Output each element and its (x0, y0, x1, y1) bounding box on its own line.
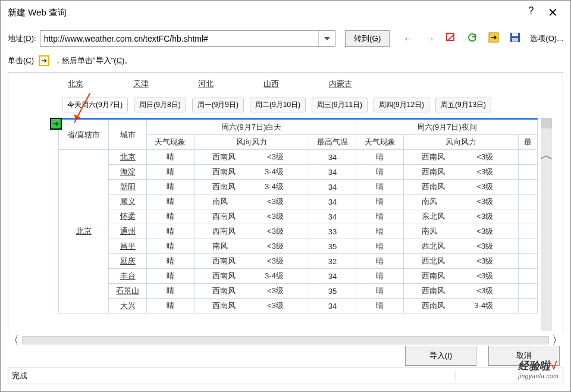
col-city: 城市 (109, 120, 147, 150)
day-weather: 晴 (147, 239, 194, 254)
options-link[interactable]: 选项(O)... (530, 33, 563, 44)
address-dropdown[interactable] (318, 31, 335, 46)
vertical-scrollbar[interactable]: ︿ (541, 118, 552, 331)
night-low (519, 150, 538, 165)
back-icon[interactable]: ← (403, 33, 413, 45)
save-icon[interactable] (510, 32, 520, 46)
scroll-right-icon[interactable]: 〉 (551, 334, 563, 346)
close-button[interactable]: ✕ (542, 5, 563, 20)
dialog-title: 新建 Web 查询 (8, 7, 67, 18)
day-weather: 晴 (147, 165, 194, 180)
day-high: 33 (309, 224, 356, 239)
date-tab[interactable]: 周一(9月9日) (192, 98, 244, 112)
city-cell[interactable]: 延庆 (109, 254, 147, 269)
date-tab[interactable]: 周四(9月12日) (374, 98, 429, 112)
city-cell[interactable]: 朝阳 (109, 180, 147, 195)
day-wind: 西南风<3级 (194, 299, 309, 313)
night-low (519, 180, 538, 195)
city-cell[interactable]: 怀柔 (109, 209, 147, 224)
city-cell[interactable]: 通州 (109, 224, 147, 239)
date-tabs: 今天周六(9月7日) 周日(9月8日) 周一(9月9日) 周二(9月10日) 周… (8, 94, 563, 116)
refresh-icon[interactable] (467, 32, 478, 46)
scroll-left-icon[interactable]: 〈 (8, 334, 20, 346)
province-link[interactable]: 山西 (263, 79, 279, 88)
night-weather: 晴 (356, 165, 404, 180)
day-high: 32 (309, 254, 356, 269)
city-cell[interactable]: 海淀 (109, 165, 147, 180)
night-weather: 晴 (356, 254, 404, 269)
date-tab[interactable]: 周日(9月8日) (134, 98, 186, 112)
table-select-marker[interactable]: ➜ (50, 118, 62, 130)
night-weather: 晴 (356, 239, 404, 254)
day-weather: 晴 (147, 150, 194, 165)
province-link[interactable]: 河北 (198, 79, 214, 88)
day-high: 35 (309, 239, 356, 254)
province-link[interactable]: 天津 (133, 79, 149, 88)
day-wind: 西南风3-4级 (194, 165, 309, 180)
night-weather: 晴 (356, 269, 404, 284)
col-night: 周六(9月7日)夜间 (356, 120, 538, 135)
province-link[interactable]: 内蒙古 (329, 79, 352, 88)
day-weather: 晴 (147, 299, 194, 313)
city-cell[interactable]: 大兴 (109, 299, 147, 313)
date-tab[interactable]: 今天周六(9月7日) (62, 98, 128, 112)
city-cell[interactable]: 顺义 (109, 195, 147, 209)
forward-icon: → (424, 33, 435, 45)
table-row: 丰台晴西南风3-4级34晴西南风<3级 (59, 269, 538, 284)
hide-icon[interactable] (488, 32, 499, 46)
day-high: 34 (309, 180, 356, 195)
web-content: 北京 天津 河北 山西 内蒙古 今天周六(9月7日) 周日(9月8日) 周一(9… (8, 72, 563, 337)
night-wind: 西南风<3级 (404, 150, 519, 165)
night-wind: 西南风<3级 (404, 269, 519, 284)
date-tab[interactable]: 周二(9月10日) (250, 98, 306, 112)
col-high: 最高气温 (309, 135, 356, 150)
table-row: 大兴晴西南风<3级34晴西南风3-4级 (59, 299, 538, 313)
province-link[interactable]: 北京 (68, 79, 83, 88)
table-row: 石景山晴西南风<3级35晴西南风<3级 (59, 284, 538, 299)
svg-rect-5 (512, 38, 518, 42)
city-cell[interactable]: 北京 (109, 150, 147, 165)
stop-icon[interactable] (445, 32, 456, 46)
night-wind: 南风<3级 (404, 224, 519, 239)
day-wind: 西南风<3级 (194, 209, 309, 224)
night-weather: 晴 (356, 180, 404, 195)
status-text: 完成 (12, 371, 452, 381)
day-wind: 西南风3-4级 (194, 180, 309, 195)
night-low (519, 254, 538, 269)
day-weather: 晴 (147, 209, 194, 224)
day-wind: 西南风<3级 (194, 224, 309, 239)
day-high: 34 (309, 209, 356, 224)
col-weather: 天气现象 (147, 135, 194, 150)
night-wind: 东北风<3级 (404, 209, 519, 224)
province-cell: 北京 (59, 150, 109, 313)
day-weather: 晴 (147, 195, 194, 209)
date-tab[interactable]: 周三(9月11日) (312, 98, 368, 112)
select-marker-icon (39, 55, 49, 66)
day-wind: 南风<3级 (194, 239, 309, 254)
night-low (519, 209, 538, 224)
night-wind: 南风<3级 (404, 195, 519, 209)
date-tab[interactable]: 周五(9月13日) (435, 98, 491, 112)
night-wind: 西南风3-4级 (404, 299, 519, 313)
import-button[interactable]: 导入(I) (405, 346, 476, 366)
go-button[interactable]: 转到(G) (345, 30, 390, 47)
address-label: 地址(D): (8, 33, 36, 44)
table-row: 北京北京晴西南风<3级34晴西南风<3级 (59, 150, 538, 165)
city-cell[interactable]: 丰台 (109, 269, 147, 284)
city-cell[interactable]: 石景山 (109, 284, 147, 299)
instr-after: ，然后单击"导入"(C)。 (54, 55, 132, 66)
day-high: 34 (309, 269, 356, 284)
scroll-up-icon[interactable]: ︿ (541, 146, 552, 164)
night-weather: 晴 (356, 299, 404, 313)
horizontal-scrollbar[interactable]: 〈 〉 (8, 334, 563, 346)
day-wind: 西南风3-4级 (194, 269, 309, 284)
night-low (519, 165, 538, 180)
day-weather: 晴 (147, 254, 194, 269)
svg-rect-0 (447, 33, 454, 40)
city-cell[interactable]: 昌平 (109, 239, 147, 254)
status-bar: 完成 (8, 368, 563, 384)
col-wind: 风向风力 (404, 135, 519, 150)
address-input[interactable] (40, 31, 318, 46)
scrollbar-track[interactable] (22, 336, 549, 344)
help-button[interactable]: ? (520, 5, 542, 20)
